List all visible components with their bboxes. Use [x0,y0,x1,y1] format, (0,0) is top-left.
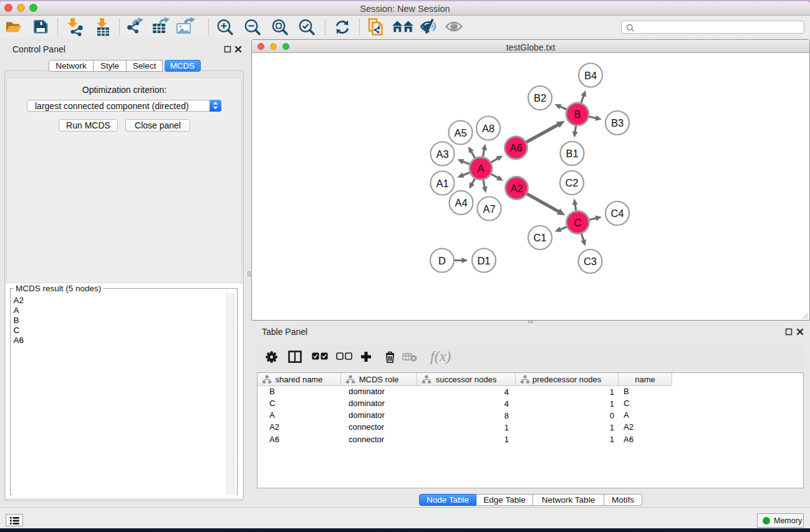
svg-text:A4: A4 [455,197,467,208]
svg-text:A7: A7 [483,203,495,215]
svg-text:A6: A6 [509,142,522,153]
svg-text:B: B [574,109,581,120]
svg-text:C4: C4 [610,208,624,219]
svg-text:B4: B4 [584,70,597,81]
svg-text:D: D [438,255,446,266]
svg-text:B2: B2 [534,92,546,104]
svg-text:A2: A2 [510,183,523,194]
svg-text:A1: A1 [436,178,448,189]
svg-text:D1: D1 [477,255,490,266]
svg-text:C1: C1 [533,232,546,243]
svg-text:C3: C3 [584,256,597,267]
svg-text:A: A [477,163,484,174]
svg-text:A8: A8 [482,123,494,134]
svg-text:B3: B3 [611,117,624,128]
svg-text:B1: B1 [566,148,578,159]
svg-text:C: C [574,217,582,228]
svg-text:C2: C2 [565,177,578,188]
svg-text:A3: A3 [436,148,448,160]
svg-text:A5: A5 [454,127,466,138]
